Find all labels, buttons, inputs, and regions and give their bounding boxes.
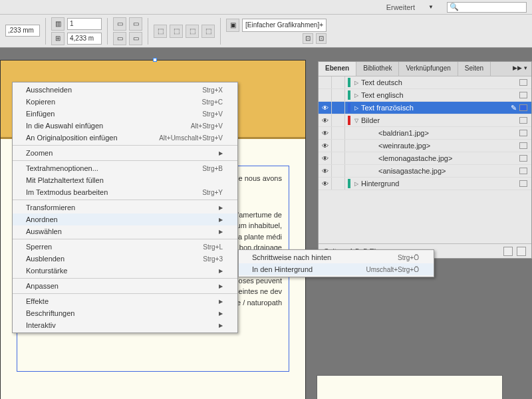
menu-item[interactable]: EinfügenStrg+V [13,108,237,120]
menu-item[interactable]: An Originalposition einfügenAlt+Umschalt… [13,132,237,144]
layer-name-label: Hintergrund [360,180,519,188]
visibility-icon[interactable]: 👁 [319,140,332,152]
columns-icon[interactable]: ▥ [51,17,65,31]
panel-tab[interactable]: Seiten [458,62,491,76]
layer-row[interactable]: ▷Text deutsch [319,76,531,89]
layer-name-label: <lemonagastache.jpg> [368,154,519,162]
menu-item[interactable]: Mit Platzhaltertext füllen [13,174,237,186]
layers-panel: EbenenBibliothekVerknüpfungenSeiten▶▶ ▾ … [318,61,532,259]
panel-tabs: EbenenBibliothekVerknüpfungenSeiten▶▶ ▾ [319,62,531,76]
menu-item[interactable]: KopierenStrg+C [13,96,237,108]
visibility-icon[interactable] [319,76,332,88]
delete-layer-icon[interactable] [517,247,526,256]
layer-name-label: Text deutsch [360,78,519,86]
submenu-item[interactable]: Schrittweise nach hintenStrg+Ö [239,251,434,263]
layer-row[interactable]: 👁▷Hintergrund [319,178,531,190]
panel-collapse-icon[interactable]: ▶▶ ▾ [509,62,531,76]
visibility-icon[interactable]: 👁 [319,114,332,126]
menu-item[interactable]: SperrenStrg+L [13,241,237,253]
menu-item[interactable]: AusblendenStrg+3 [13,253,237,265]
x-position-input[interactable] [5,25,40,37]
workspace-mode-dropdown-icon[interactable]: ▼ [428,4,434,10]
inset-left-icon[interactable]: ▭ [129,17,142,31]
menu-item[interactable]: Im Textmodus bearbeitenStrg+Y [13,186,237,198]
inset-right-icon[interactable]: ▭ [129,32,142,45]
object-style-dropdown[interactable]: [Einfacher Grafikrahmen]+ [242,19,327,32]
layer-name-label: Text französisch [360,104,511,112]
visibility-icon[interactable]: 👁 [319,178,332,190]
align-top-icon[interactable]: ⬚ [154,25,167,38]
layer-row[interactable]: ▷Text englisch [319,89,531,102]
menu-item[interactable]: AusschneidenStrg+X [13,84,237,96]
align-bot-icon[interactable]: ⬚ [186,25,199,38]
visibility-icon[interactable]: 👁 [319,152,332,164]
menu-item[interactable]: Konturstärke [13,265,237,277]
menu-item[interactable]: Effekte [13,295,237,307]
visibility-icon[interactable]: 👁 [319,127,332,139]
menu-item[interactable]: Anpassen [13,280,237,292]
visibility-icon[interactable]: 👁 [319,165,332,177]
panel-tab[interactable]: Bibliothek [356,62,399,76]
gutter-input[interactable] [67,33,102,45]
layer-list: ▷Text deutsch▷Text englisch👁▷Text franzö… [319,76,531,190]
columns-input[interactable] [67,18,102,30]
menu-item[interactable]: Zoomen [13,147,237,159]
layer-row[interactable]: 👁<lemonagastache.jpg> [319,152,531,165]
panel-tab[interactable]: Ebenen [319,62,356,76]
menu-item[interactable]: Transformieren [13,201,237,213]
adjacent-page [317,375,503,399]
menu-item[interactable]: Anordnen [13,213,237,225]
inset-bottom-icon[interactable]: ▭ [113,32,126,45]
layer-row[interactable]: 👁<anisagastache.jpg> [319,165,531,178]
layer-name-label: <weinraute.jpg> [368,142,519,150]
menu-item[interactable]: Textrahmenoptionen...Strg+B [13,162,237,174]
visibility-icon[interactable] [319,89,332,101]
menu-item[interactable]: Interaktiv [13,319,237,331]
context-menu: AusschneidenStrg+XKopierenStrg+CEinfügen… [12,82,238,333]
align-just-icon[interactable]: ⬚ [201,25,215,38]
layer-name-label: Bilder [360,116,519,124]
new-layer-icon[interactable] [503,247,513,256]
app-topbar: Erweitert ▼ 🔍 [0,0,532,15]
layer-name-label: Text englisch [360,91,519,99]
layer-row[interactable]: 👁<weinraute.jpg> [319,140,531,152]
layer-name-label: <anisagastache.jpg> [368,167,519,175]
inset-top-icon[interactable]: ▭ [113,17,126,31]
effects-icon[interactable]: ▣ [226,19,239,32]
pen-icon: ✎ [511,104,517,112]
control-toolbar: ▥ ⊞ ▭▭ ▭▭ ⬚⬚⬚⬚ ▣[Einfacher Grafikrahmen]… [0,15,532,48]
layer-row[interactable]: 👁▷Text französisch✎ [319,102,531,114]
gutter-icon[interactable]: ⊞ [51,32,65,45]
menu-item[interactable]: Auswählen [13,225,237,237]
layer-name-label: <baldrian1.jpg> [368,129,519,137]
help-search-input[interactable]: 🔍 [447,2,527,13]
panel-tab[interactable]: Verknüpfungen [399,62,458,76]
menu-item[interactable]: Beschriftungen [13,307,237,319]
quick-apply-icon[interactable]: ⊡ [303,33,313,44]
search-icon: 🔍 [450,3,459,11]
menu-item[interactable]: In die Auswahl einfügenAlt+Strg+V [13,120,237,132]
layer-row[interactable]: 👁▽Bilder [319,114,531,127]
workspace-mode-label[interactable]: Erweitert [386,3,415,11]
visibility-icon[interactable]: 👁 [319,102,332,114]
submenu-item[interactable]: In den HintergrundUmschalt+Strg+Ö [239,263,434,275]
align-mid-icon[interactable]: ⬚ [170,25,183,38]
layer-row[interactable]: 👁<baldrian1.jpg> [319,127,531,140]
arrange-submenu: Schrittweise nach hintenStrg+ÖIn den Hin… [238,249,434,277]
new-style-icon[interactable]: ⊡ [316,33,327,44]
